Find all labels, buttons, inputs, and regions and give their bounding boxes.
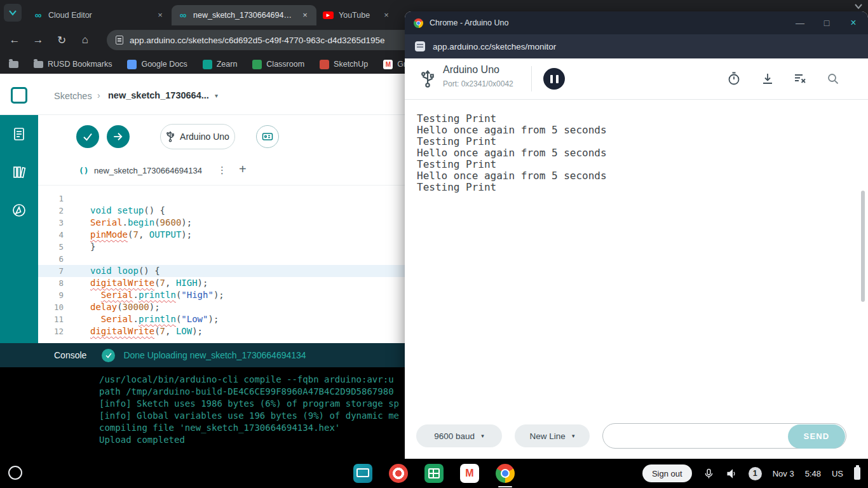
baud-rate-value: 9600 baud	[434, 431, 475, 441]
monitor-title-bar[interactable]: Chrome - Arduino Uno — □ ×	[405, 11, 868, 34]
code-line[interactable]: 8digitalWrite(7, HIGH);	[38, 277, 405, 289]
shelf-time[interactable]: 5:48	[805, 469, 821, 478]
pause-button[interactable]	[543, 68, 565, 90]
status-tray[interactable]: Sign out 1 Nov 3 5:48 US	[642, 459, 860, 488]
speaker-icon[interactable]	[726, 468, 738, 480]
scrollbar-thumb[interactable]	[861, 191, 865, 302]
code-line[interactable]: 1	[38, 193, 405, 205]
maximize-icon[interactable]: □	[821, 18, 832, 28]
code-token: Serial	[101, 314, 133, 324]
console-line: /usr/local/bin/arduino-cli compile --fqb…	[0, 374, 405, 386]
clear-output-icon[interactable]	[792, 71, 808, 86]
chevron-down-icon[interactable]: ▾	[215, 92, 218, 99]
code-token: );	[181, 217, 192, 227]
sign-out-button[interactable]: Sign out	[642, 464, 692, 482]
line-ending-value: New Line	[530, 431, 566, 441]
microphone-icon[interactable]	[703, 468, 715, 480]
console-header[interactable]: Console Done Uploading new_sketch_173066…	[0, 343, 405, 367]
code-line[interactable]: 11 Serial.println("Low");	[38, 313, 405, 325]
shelf-date[interactable]: Nov 3	[773, 469, 794, 478]
monitor-url-bar[interactable]: app.arduino.cc/sketches/monitor	[405, 34, 868, 58]
code-text: delay(30000);	[90, 301, 160, 313]
board-icon	[262, 132, 273, 142]
search-icon[interactable]	[825, 71, 841, 86]
breadcrumb-sketches[interactable]: Sketches	[54, 91, 92, 101]
code-token: void	[90, 205, 117, 215]
minimize-icon[interactable]: —	[794, 18, 806, 28]
code-token: 30000	[123, 302, 149, 312]
breadcrumb-current: new_sketch_1730664...	[108, 90, 209, 100]
code-token	[90, 290, 101, 300]
send-button[interactable]: SEND	[788, 424, 845, 449]
code-line[interactable]: 4pinMode(7, OUTPUT);	[38, 229, 405, 241]
code-token: begin	[128, 217, 154, 227]
sketch-tab[interactable]: new_sketch_1730664694134	[94, 166, 214, 175]
code-line[interactable]: 3Serial.begin(9600);	[38, 217, 405, 229]
gmail-app-icon[interactable]: M	[460, 464, 479, 483]
kebab-menu-icon[interactable]: ⋮	[217, 165, 227, 176]
device-selector[interactable]: Arduino Uno	[160, 124, 235, 149]
timestamp-icon[interactable]	[726, 71, 742, 86]
code-token: (	[154, 326, 159, 336]
device-name: Arduino Uno	[180, 132, 229, 142]
code-token: LOW	[176, 326, 192, 336]
arduino-menu-icon[interactable]	[11, 87, 27, 104]
code-token: Serial	[90, 217, 123, 227]
line-ending-select[interactable]: New Line ▾	[515, 424, 590, 447]
monitor-line: Hello once again from 5 seconds	[405, 170, 868, 182]
site-icon	[415, 41, 425, 51]
add-tab-button[interactable]: +	[239, 162, 247, 177]
console-line: compiling file 'new_sketch_1730664694134…	[0, 422, 405, 434]
verify-button[interactable]	[76, 125, 99, 148]
sketchbook-icon[interactable]	[11, 126, 27, 142]
code-token: HIGH	[176, 278, 198, 288]
code-token: );	[208, 314, 219, 324]
notification-counter[interactable]: 1	[749, 467, 762, 480]
console-output[interactable]: /usr/local/bin/arduino-cli compile --fqb…	[0, 367, 405, 459]
chrome-app-icon[interactable]	[496, 464, 515, 483]
code-token: );	[198, 278, 208, 288]
monitor-output[interactable]: Testing PrintHello once again from 5 sec…	[405, 100, 868, 419]
launcher-button[interactable]	[8, 466, 22, 480]
check-icon	[82, 131, 93, 142]
firefox-app-icon[interactable]	[389, 464, 408, 483]
line-number: 4	[38, 229, 64, 241]
monitor-line: Hello once again from 5 seconds	[405, 147, 868, 159]
code-text: void loop() {	[90, 265, 160, 277]
code-line[interactable]: 12digitalWrite(7, LOW);	[38, 325, 405, 337]
line-number: 12	[38, 325, 64, 337]
code-line[interactable]: 7void loop() {	[38, 265, 405, 277]
monitor-bottom-bar: 9600 baud ▾ New Line ▾ SEND	[405, 419, 868, 459]
code-line[interactable]: 6	[38, 253, 405, 265]
code-token: OUTPUT	[149, 229, 182, 240]
code-token: 7	[160, 326, 165, 336]
monitor-line: Testing Print	[405, 159, 868, 170]
code-editor[interactable]: 12void setup() {3Serial.begin(9600);4pin…	[38, 193, 405, 337]
close-icon[interactable]: ×	[848, 17, 859, 29]
line-number: 5	[38, 241, 64, 253]
serial-monitor-button[interactable]	[256, 125, 279, 148]
upload-button[interactable]	[107, 125, 130, 148]
code-line[interactable]: 5}	[38, 241, 405, 253]
code-token: .	[123, 217, 128, 227]
reference-icon[interactable]	[11, 203, 27, 218]
code-line[interactable]: 10delay(30000);	[38, 301, 405, 313]
line-number: 8	[38, 277, 64, 289]
code-token: );	[214, 290, 224, 300]
serial-monitor-window: Chrome - Arduino Uno — □ × app.arduino.c…	[405, 11, 868, 459]
cloud-editor-app-icon[interactable]	[353, 464, 372, 483]
sheets-app-icon[interactable]	[424, 464, 444, 483]
line-number: 2	[38, 205, 64, 217]
download-icon[interactable]	[760, 71, 775, 86]
code-line[interactable]: 2void setup() {	[38, 205, 405, 217]
code-token: delay	[90, 302, 117, 312]
baud-rate-select[interactable]: 9600 baud ▾	[416, 424, 502, 447]
code-token: (	[154, 278, 159, 288]
libraries-icon[interactable]	[11, 165, 27, 180]
code-token: 9600	[160, 217, 182, 227]
console-line: [info] Global variables use 196 bytes (9…	[0, 410, 405, 422]
code-token: );	[192, 326, 203, 336]
keyboard-layout-indicator[interactable]: US	[832, 469, 843, 478]
code-token: ,	[165, 278, 176, 288]
code-line[interactable]: 9 Serial.println("High");	[38, 289, 405, 301]
